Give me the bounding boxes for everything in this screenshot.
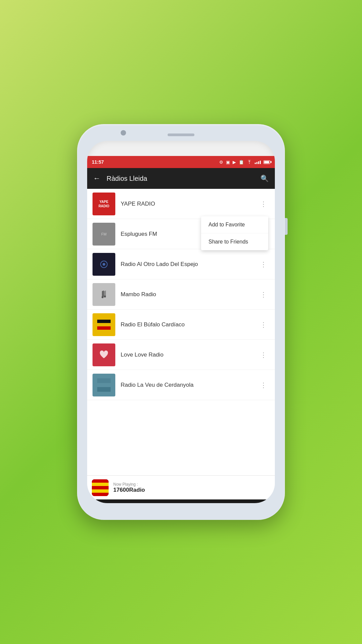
more-button[interactable]: ⋮	[257, 378, 269, 392]
thumb-icon	[98, 288, 110, 301]
radio-thumbnail: FM	[93, 223, 115, 246]
now-playing-bar[interactable]: Now Playing : 17600Radio	[87, 475, 275, 499]
more-button[interactable]: ⋮	[257, 318, 269, 331]
settings-icon: ⚙	[219, 160, 223, 165]
battery-icon	[263, 160, 270, 164]
radio-thumbnail	[93, 253, 115, 276]
now-playing-thumbnail	[92, 479, 109, 496]
screenshot-icon: ▣	[226, 160, 230, 165]
radio-thumbnail	[93, 374, 115, 396]
nav-back-button[interactable]: ◀	[109, 502, 128, 503]
svg-rect-9	[97, 378, 111, 383]
context-menu: Add to Favorite Share to Friends	[201, 216, 268, 250]
app-bar: ← Ràdios Lleida 🔍	[87, 168, 275, 189]
svg-point-2	[103, 263, 105, 266]
svg-rect-6	[97, 323, 111, 326]
thumb-icon	[98, 258, 110, 270]
more-button[interactable]: ⋮	[257, 348, 269, 362]
phone-button	[285, 218, 288, 235]
app-screen: 11:57 ⚙ ▣ ▶ 📋	[87, 156, 275, 503]
radio-list: YAPERADIO YAPE RADIO ⋮ Add to Favorite S…	[87, 189, 275, 475]
more-button[interactable]: ⋮	[257, 197, 269, 211]
play-icon: ▶	[233, 160, 236, 165]
app-title: Ràdios Lleida	[107, 175, 260, 182]
phone-speaker	[168, 133, 194, 136]
list-item[interactable]: YAPERADIO YAPE RADIO ⋮	[87, 189, 275, 219]
back-button[interactable]: ←	[93, 174, 101, 183]
phone-camera	[121, 130, 126, 136]
share-friends-item[interactable]: Share to Friends	[201, 233, 268, 250]
radio-thumbnail	[93, 283, 115, 306]
nav-recent-button[interactable]: ■	[235, 502, 253, 503]
list-item[interactable]: Love Love Radio ⋮	[87, 340, 275, 370]
now-playing-title: 17600Radio	[113, 487, 145, 493]
svg-point-3	[102, 296, 104, 298]
thumb-text: YAPERADIO	[99, 200, 109, 208]
radio-name: Radio Al Otro Lado Del Espejo	[121, 261, 257, 268]
svg-point-4	[104, 296, 106, 298]
radio-thumbnail: YAPERADIO	[93, 193, 115, 215]
svg-rect-7	[97, 326, 111, 330]
more-button[interactable]: ⋮	[257, 258, 269, 271]
list-item[interactable]: Radio La Veu de Cerdanyola ⋮	[87, 370, 275, 400]
search-button[interactable]: 🔍	[260, 174, 269, 182]
add-favorite-item[interactable]: Add to Favorite	[201, 216, 268, 233]
signal-icon	[255, 160, 261, 164]
wifi-icon	[247, 160, 252, 164]
status-bar: 11:57 ⚙ ▣ ▶ 📋	[87, 156, 275, 168]
svg-rect-10	[97, 387, 111, 392]
list-item[interactable]: Radio El Búfalo Cardíaco ⋮	[87, 310, 275, 340]
flag-icon	[92, 479, 109, 496]
thumb-placeholder: FM	[101, 232, 107, 236]
thumb-icon	[97, 320, 111, 330]
radio-thumbnail	[93, 343, 115, 366]
svg-point-0	[249, 163, 250, 164]
thumb-icon	[97, 378, 111, 392]
now-playing-info: Now Playing : 17600Radio	[113, 482, 145, 493]
more-button[interactable]: ⋮	[257, 288, 269, 301]
clipboard-icon: 📋	[239, 160, 244, 165]
nav-bar: ◀ ● ■	[87, 499, 275, 503]
nav-home-button[interactable]: ●	[173, 502, 190, 503]
list-item[interactable]: Radio Al Otro Lado Del Espejo ⋮	[87, 249, 275, 279]
status-icons: ⚙ ▣ ▶ 📋	[219, 160, 270, 165]
status-time: 11:57	[92, 159, 104, 165]
radio-name: Radio La Veu de Cerdanyola	[121, 382, 257, 388]
radio-name: YAPE RADIO	[121, 201, 257, 207]
radio-name: Love Love Radio	[121, 352, 257, 358]
now-playing-label: Now Playing :	[113, 482, 145, 487]
phone-screen: 11:57 ⚙ ▣ ▶ 📋	[87, 141, 275, 503]
radio-thumbnail	[93, 313, 115, 336]
radio-name: Radio El Búfalo Cardíaco	[121, 321, 257, 328]
phone-frame: 11:57 ⚙ ▣ ▶ 📋	[77, 124, 285, 520]
list-item[interactable]: Mambo Radio ⋮	[87, 279, 275, 310]
radio-name: Mambo Radio	[121, 291, 257, 298]
thumb-icon	[98, 349, 110, 361]
